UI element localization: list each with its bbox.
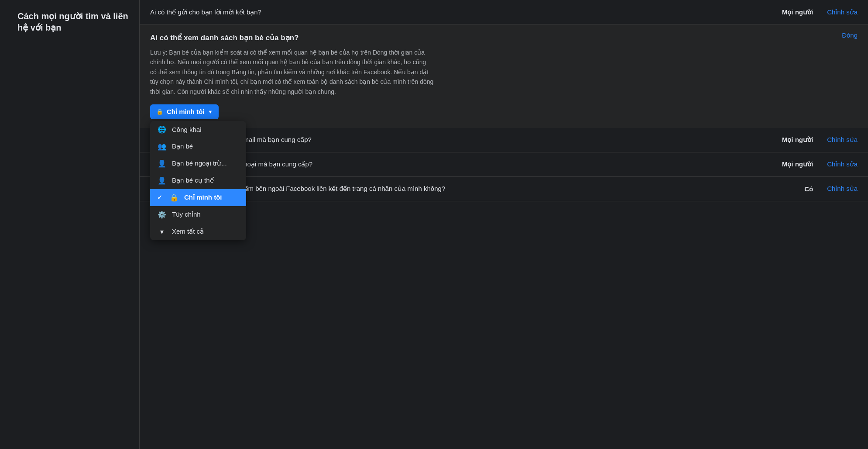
search-engine-row-value: Có [804,185,813,193]
specific-friends-icon: 👤 [157,176,167,185]
privacy-dropdown-menu: 🌐 Công khai 👥 Bạn bè 👤 Bạn bè ngoại trừ.… [150,121,246,240]
phone-row-value: Mọi người [782,160,813,168]
top-row-value: Mọi người [782,8,813,16]
dropdown-item-only-me-label: Chỉ mình tôi [184,193,222,201]
dropdown-item-specific-friends-label: Bạn bè cụ thể [172,176,214,184]
dropdown-item-friends[interactable]: 👥 Bạn bè [150,138,246,155]
privacy-dropdown-wrapper: 🔒 Chỉ mình tôi ▼ 🌐 Công khai 👥 Bạn bè [150,104,219,119]
dropdown-item-friends-label: Bạn bè [172,142,193,150]
email-row-value: Mọi người [782,136,813,144]
email-row-edit-button[interactable]: Chỉnh sửa [827,136,858,144]
dropdown-item-public-label: Công khai [172,126,202,133]
right-panel: Ai có thể gửi cho bạn lời mời kết bạn? M… [140,0,868,449]
expanded-title: Ai có thể xem danh sách bạn bè của bạn? [150,33,858,42]
dropdown-item-only-me[interactable]: ✓ 🔒 Chỉ mình tôi [150,189,246,206]
expanded-spacer [150,119,858,128]
settings-list: Ai có thể tìm bạn bằng địa chỉ email mà … [140,128,868,201]
public-icon: 🌐 [157,125,167,134]
setting-row-phone: Ai có thể tìm bạn bằng số điện thoại mà … [140,152,868,177]
dropdown-item-see-all[interactable]: ▾ Xem tất cả [150,223,246,240]
setting-row-search-engine: Bạn có muốn các công cụ tìm kiếm bên ngo… [140,177,868,201]
top-row-edit-button[interactable]: Chỉnh sửa [827,8,858,16]
dropdown-item-see-all-label: Xem tất cả [172,228,204,235]
expanded-description: Lưu ý: Bạn bè của bạn kiểm soát ai có th… [150,48,434,97]
page-container: Cách mọi người tìm và liên hệ với bạn Ai… [0,0,868,449]
dropdown-item-public[interactable]: 🌐 Công khai [150,121,246,138]
checkmark-icon: ✓ [157,194,162,201]
phone-row-edit-button[interactable]: Chỉnh sửa [827,160,858,168]
search-engine-row-label: Bạn có muốn các công cụ tìm kiếm bên ngo… [150,185,804,193]
see-all-icon: ▾ [157,228,167,236]
setting-row-email: Ai có thể tìm bạn bằng địa chỉ email mà … [140,128,868,152]
dropdown-item-friends-except-label: Bạn bè ngoại trừ... [172,159,227,167]
expanded-section: Ai có thể xem danh sách bạn bè của bạn? … [140,24,868,128]
top-setting-row: Ai có thể gửi cho bạn lời mời kết bạn? M… [140,0,868,24]
top-row-label: Ai có thể gửi cho bạn lời mời kết bạn? [150,8,782,16]
dropdown-item-custom[interactable]: ⚙️ Tùy chỉnh [150,206,246,223]
left-panel: Cách mọi người tìm và liên hệ với bạn [0,0,140,449]
dropdown-item-specific-friends[interactable]: 👤 Bạn bè cụ thể [150,172,246,189]
dropdown-item-custom-label: Tùy chỉnh [172,211,201,218]
close-button[interactable]: Đóng [842,31,858,39]
privacy-dropdown-button[interactable]: 🔒 Chỉ mình tôi ▼ [150,104,219,119]
dropdown-selected-label: Chỉ mình tôi [167,108,205,116]
only-me-lock-icon: 🔒 [169,193,179,202]
dropdown-item-friends-except[interactable]: 👤 Bạn bè ngoại trừ... [150,155,246,172]
friends-except-icon: 👤 [157,159,167,168]
section-title: Cách mọi người tìm và liên hệ với bạn [17,10,130,33]
friends-icon: 👥 [157,142,167,151]
custom-icon: ⚙️ [157,211,167,219]
lock-icon: 🔒 [156,108,163,115]
chevron-down-icon: ▼ [208,109,213,114]
search-engine-row-edit-button[interactable]: Chỉnh sửa [827,185,858,193]
